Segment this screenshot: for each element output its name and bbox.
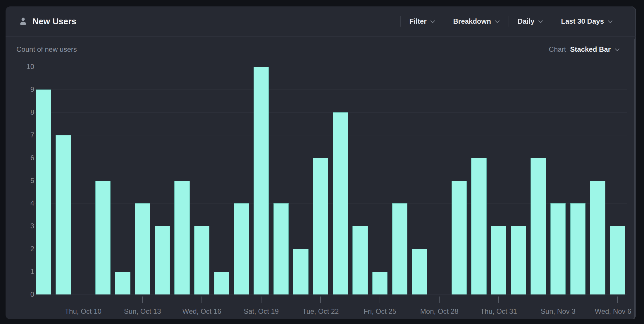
bar[interactable]: [412, 249, 427, 294]
new-users-widget: New Users Filter Breakdown Daily: [6, 6, 636, 319]
x-axis-tick-label: Mon, Oct 28: [420, 307, 459, 316]
x-axis-tick-label: Wed, Nov 6: [595, 307, 631, 316]
bar-slot[interactable]: [34, 67, 54, 294]
x-axis-tick: [558, 297, 558, 303]
bar[interactable]: [95, 181, 111, 295]
bar[interactable]: [254, 67, 269, 294]
bar-slot[interactable]: [509, 67, 528, 294]
plot-area: [34, 67, 627, 294]
x-axis-tick-label: Sun, Nov 3: [541, 307, 576, 316]
bar-slot[interactable]: [192, 67, 212, 294]
bar-slot[interactable]: [113, 67, 133, 294]
x-axis-tick: [83, 297, 83, 303]
x-axis-tick: [261, 297, 261, 303]
bar[interactable]: [352, 226, 368, 294]
bar-slot[interactable]: [410, 67, 430, 294]
bar[interactable]: [115, 272, 130, 294]
x-axis-tick-label: Fri, Oct 25: [364, 307, 396, 316]
x-axis-tick: [380, 297, 380, 303]
bar-slot[interactable]: [568, 67, 588, 294]
bar[interactable]: [590, 181, 605, 295]
bar-slot[interactable]: [429, 67, 449, 294]
bar[interactable]: [452, 181, 467, 295]
bar-slot[interactable]: [489, 67, 509, 294]
bar-slot[interactable]: [588, 67, 608, 294]
bar-slot[interactable]: [469, 67, 489, 294]
bar[interactable]: [56, 135, 71, 294]
bar[interactable]: [531, 158, 546, 294]
chart-region: 012345678910 Thu, Oct 10Sun, Oct 13Wed, …: [6, 6, 636, 319]
scrollbar[interactable]: [634, 39, 635, 319]
bar[interactable]: [491, 226, 506, 294]
x-axis-tick-label: Tue, Oct 22: [302, 307, 339, 316]
bar[interactable]: [511, 226, 526, 294]
x-axis-tick: [617, 297, 618, 303]
bar[interactable]: [194, 226, 209, 294]
bar-slot[interactable]: [390, 67, 410, 294]
bar-slot[interactable]: [370, 67, 390, 294]
bar[interactable]: [293, 249, 308, 294]
y-axis-labels: 012345678910: [11, 67, 34, 294]
x-axis-tick: [439, 297, 440, 303]
bar[interactable]: [135, 203, 150, 294]
bar-slot[interactable]: [311, 67, 330, 294]
x-axis-tick-label: Sun, Oct 13: [124, 307, 161, 316]
bar[interactable]: [313, 158, 328, 294]
bar-slot[interactable]: [232, 67, 252, 294]
bar[interactable]: [372, 272, 388, 294]
bar-slot[interactable]: [93, 67, 113, 294]
bar-slot[interactable]: [172, 67, 192, 294]
bar[interactable]: [570, 203, 586, 294]
bar[interactable]: [550, 203, 566, 294]
bar-slot[interactable]: [548, 67, 568, 294]
bar[interactable]: [392, 203, 407, 294]
bar-slot[interactable]: [132, 67, 152, 294]
bar-slot[interactable]: [607, 67, 627, 294]
bar[interactable]: [610, 226, 625, 294]
bar-slot[interactable]: [54, 67, 73, 294]
x-axis-tick: [202, 297, 202, 303]
bar[interactable]: [333, 112, 348, 294]
bar-slot[interactable]: [251, 67, 271, 294]
bar[interactable]: [36, 89, 51, 294]
x-axis: Thu, Oct 10Sun, Oct 13Wed, Oct 16Sat, Oc…: [34, 294, 627, 321]
bar-slot[interactable]: [330, 67, 350, 294]
bar[interactable]: [273, 203, 289, 294]
bar-slot[interactable]: [271, 67, 291, 294]
bar-slot[interactable]: [350, 67, 370, 294]
bar[interactable]: [214, 272, 229, 294]
x-axis-tick: [320, 297, 321, 303]
x-axis-tick-label: Sat, Oct 19: [244, 307, 279, 316]
bar-slot[interactable]: [152, 67, 172, 294]
bar[interactable]: [234, 203, 249, 294]
bar-slot[interactable]: [212, 67, 232, 294]
bar-series: [34, 67, 627, 294]
x-axis-tick: [142, 297, 143, 303]
bar-slot[interactable]: [449, 67, 469, 294]
bar-slot[interactable]: [73, 67, 93, 294]
y-axis-tick-label: 10: [26, 63, 34, 71]
bar[interactable]: [174, 181, 190, 295]
bar-slot[interactable]: [291, 67, 311, 294]
bar-slot[interactable]: [528, 67, 548, 294]
bar[interactable]: [471, 158, 486, 294]
x-axis-tick-label: Thu, Oct 10: [65, 307, 101, 316]
x-axis-tick: [498, 297, 499, 303]
bar[interactable]: [155, 226, 170, 294]
x-axis-tick-label: Wed, Oct 16: [182, 307, 221, 316]
x-axis-tick-label: Thu, Oct 31: [480, 307, 517, 316]
